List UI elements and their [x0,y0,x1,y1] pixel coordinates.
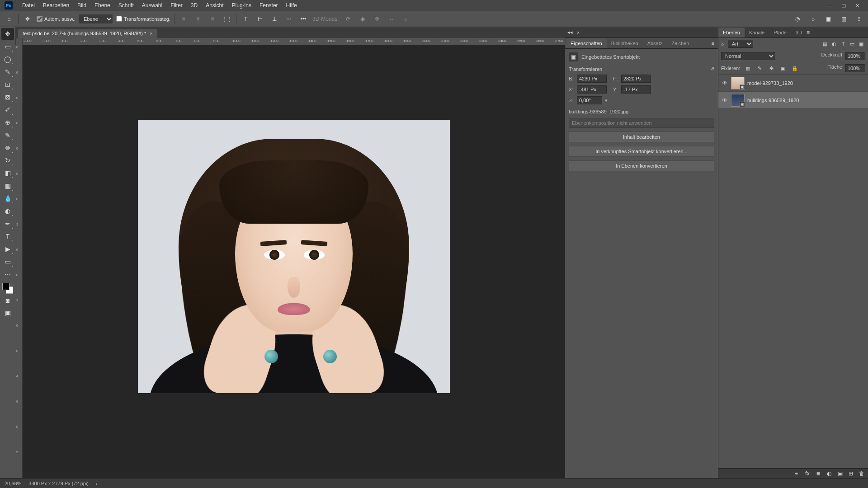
menu-bild[interactable]: Bild [73,2,90,9]
layers-panel-menu-icon[interactable]: ≡ [807,29,810,36]
group-icon[interactable]: ▣ [836,470,844,477]
eraser-tool[interactable]: ◧ [1,167,14,179]
window-close-button[interactable]: ✕ [851,1,863,9]
layer-mask-icon[interactable]: ◙ [815,470,822,477]
tab-zeichen[interactable]: Zeichen [667,38,693,48]
reset-transform-icon[interactable]: ↺ [710,66,714,72]
path-select-tool[interactable]: ▶ [1,243,14,255]
menu-auswahl[interactable]: Auswahl [138,2,166,9]
brush-tool[interactable]: ✎ [1,129,14,141]
filter-shape-icon[interactable]: ▭ [848,40,856,47]
lock-artboard-icon[interactable]: ▣ [779,65,787,72]
window-maximize-button[interactable]: ▢ [837,1,850,9]
transform-controls-checkbox[interactable]: Transformationssteg. [116,16,170,22]
visibility-toggle-icon[interactable]: 👁 [721,98,728,103]
history-brush-tool[interactable]: ↻ [1,155,14,166]
menu-schrift[interactable]: Schrift [114,2,138,9]
filter-adjust-icon[interactable]: ◐ [830,40,838,47]
align-center-v-icon[interactable]: ⊢ [255,14,265,24]
lock-transparency-icon[interactable]: ▨ [744,65,752,72]
link-layers-icon[interactable]: ⚭ [793,470,800,477]
info-chevron-icon[interactable]: › [96,481,98,486]
menu-plugins[interactable]: Plug-ins [228,2,255,9]
menu-datei[interactable]: Datei [18,2,39,9]
lock-all-icon[interactable]: 🔒 [791,65,799,72]
ruler-origin[interactable] [15,38,23,45]
y-input[interactable] [621,85,651,94]
align-right-icon[interactable]: ≡ [207,14,218,24]
fill-input[interactable] [845,64,865,72]
share-icon[interactable]: ⇪ [854,14,864,24]
new-layer-icon[interactable]: ⊞ [847,470,854,477]
align-top-icon[interactable]: ⊤ [240,14,251,24]
layer-row[interactable]: 👁 ▣ model-929733_1920 [718,75,868,92]
crop-tool[interactable]: ⊡ [1,79,14,90]
auto-select-input[interactable] [37,16,42,22]
layer-thumbnail[interactable]: ▣ [731,94,745,107]
convert-layers-button[interactable]: In Ebenen konvertieren [569,160,714,171]
layer-row[interactable]: 👁 ▣ buildings-936589_1920 [718,92,868,109]
quick-mask-tool[interactable]: ◙ [1,295,14,306]
tab-eigenschaften[interactable]: Eigenschaften [566,38,607,48]
tab-absatz[interactable]: Absatz [643,38,667,48]
layer-name[interactable]: buildings-936589_1920 [747,98,865,103]
height-input[interactable] [621,75,651,83]
quick-select-tool[interactable]: ✎ [1,66,14,78]
tab-bibliotheken[interactable]: Bibliotheken [607,38,643,48]
filter-smart-icon[interactable]: ▣ [857,40,865,47]
menu-filter[interactable]: Filter [166,2,187,9]
zoom-level[interactable]: 20,66% [5,481,21,486]
blur-tool[interactable]: 💧 [1,192,14,204]
adjustment-layer-icon[interactable]: ◐ [826,470,833,477]
eyedropper-tool[interactable]: ✐ [1,104,14,116]
type-tool[interactable]: T [1,230,14,242]
healing-tool[interactable]: ⊕ [1,117,14,128]
doc-info[interactable]: 3300 Px x 2779 Px (72 ppi) [28,481,89,486]
collapse-panel-icon[interactable]: ◂◂ [566,28,574,37]
filter-kind-select[interactable]: Art [728,40,753,48]
move-tool[interactable]: ✥ [1,28,14,40]
close-panel-icon[interactable]: × [574,28,582,37]
menu-bearbeiten[interactable]: Bearbeiten [39,2,73,9]
auto-select-checkbox[interactable]: Autom. ausw.: [37,16,75,22]
more-align-icon[interactable]: ••• [298,14,309,24]
filter-type-icon[interactable]: T [839,40,847,47]
close-icon[interactable]: × [150,31,152,36]
menu-hilfe[interactable]: Hilfe [282,2,301,9]
width-input[interactable] [577,75,607,83]
foreground-color[interactable] [2,283,9,290]
shape-tool[interactable]: ▭ [1,256,14,267]
align-bottom-icon[interactable]: ⊥ [269,14,280,24]
gradient-tool[interactable]: ▦ [1,180,14,192]
panel-menu-icon[interactable]: ≡ [709,39,717,47]
clone-tool[interactable]: ⊛ [1,142,14,154]
align-left-icon[interactable]: ≡ [178,14,189,24]
search-icon[interactable]: ⌕ [807,14,818,24]
color-swatches[interactable] [2,283,13,294]
layer-thumbnail[interactable]: ▣ [731,77,745,89]
menu-ebene[interactable]: Ebene [90,2,114,9]
lock-position-icon[interactable]: ✥ [767,65,775,72]
horizontal-ruler[interactable]: 1000200030001002003004005006007008009001… [23,38,565,45]
tab-ebenen[interactable]: Ebenen [718,28,745,38]
marquee-tool[interactable]: ▭ [1,41,14,52]
visibility-toggle-icon[interactable]: 👁 [721,80,728,86]
blend-mode-select[interactable]: Normal [721,52,775,60]
home-icon[interactable]: ⌂ [4,14,14,24]
menu-3d[interactable]: 3D [187,2,202,9]
layer-style-icon[interactable]: fx [804,470,811,477]
vertical-ruler[interactable]: 00000002003004005 [15,45,23,478]
distribute-v-icon[interactable]: ⋯ [283,14,294,24]
x-input[interactable] [577,85,607,94]
dodge-tool[interactable]: ◐ [1,205,14,217]
layer-name[interactable]: model-929733_1920 [747,80,865,86]
tab-pfade[interactable]: Pfade [769,28,791,38]
distribute-h-icon[interactable]: ⋮⋮ [222,14,232,24]
filter-search-icon[interactable]: ⌕ [721,41,724,47]
lasso-tool[interactable]: ◯ [1,53,14,65]
auto-select-mode-select[interactable]: Ebene [79,14,113,23]
window-minimize-button[interactable]: — [824,1,836,9]
edit-contents-button[interactable]: Inhalt bearbeiten [569,131,714,142]
tab-kanaele[interactable]: Kanäle [745,28,769,38]
transform-controls-input[interactable] [116,16,122,22]
